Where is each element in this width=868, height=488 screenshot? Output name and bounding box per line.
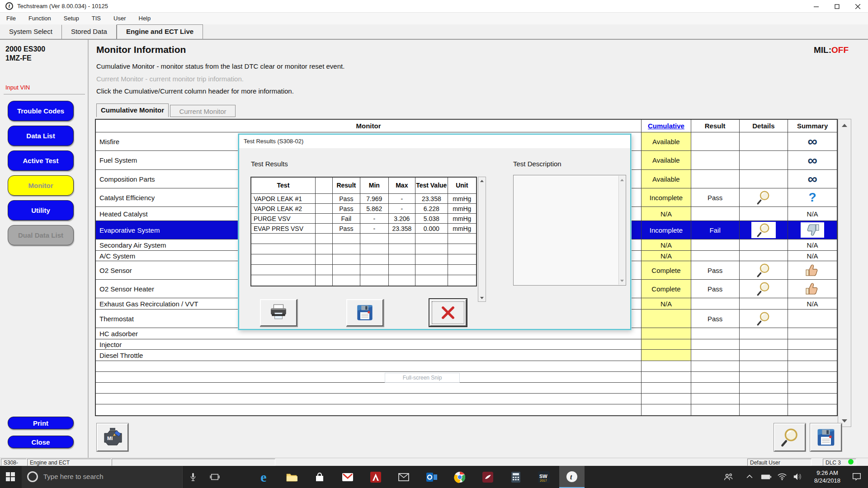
- monitor-row-diesel-throttle[interactable]: Diesel Throttle: [96, 350, 837, 361]
- taskbar-clock[interactable]: 9:26 AM 8/24/2018: [807, 469, 847, 484]
- menu-item-file[interactable]: File: [0, 13, 22, 22]
- taskbar-app-calculator-icon[interactable]: [503, 466, 528, 488]
- sidebar-button-trouble-codes[interactable]: Trouble Codes: [8, 101, 74, 121]
- magnifier-icon: [756, 281, 771, 296]
- test-cell: [448, 244, 476, 254]
- sidebar-button-active-test[interactable]: Active Test: [8, 150, 74, 171]
- details-cell[interactable]: [740, 188, 788, 206]
- minimize-button[interactable]: [806, 0, 826, 13]
- test-cell: PURGE VSV: [251, 214, 316, 223]
- tab-stored-data[interactable]: Stored Data: [62, 25, 117, 39]
- dialog-print-button[interactable]: [260, 299, 297, 326]
- scroll-down-icon[interactable]: [478, 294, 486, 301]
- menu-item-help[interactable]: Help: [132, 13, 157, 22]
- close-button[interactable]: [847, 0, 868, 13]
- details-cell[interactable]: [740, 280, 788, 298]
- result-cell: Pass: [691, 310, 740, 328]
- sidebar-button-data-list[interactable]: Data List: [8, 126, 74, 146]
- taskbar-app-store-icon[interactable]: [307, 466, 332, 488]
- scroll-up-icon[interactable]: [838, 119, 851, 131]
- svg-text:2017: 2017: [540, 479, 547, 482]
- cumulative-cell: [642, 339, 691, 349]
- monitor-name: [96, 361, 642, 371]
- scroll-down-icon[interactable]: [619, 277, 625, 284]
- tray-volume-icon[interactable]: [793, 472, 802, 483]
- monitor-row-injector[interactable]: Injector: [96, 339, 837, 350]
- dialog-close-button[interactable]: [429, 299, 467, 326]
- summary-cell: N/A: [788, 251, 837, 261]
- dialog-title: Test Results (S308-02): [239, 135, 630, 148]
- sidebar-divider: [4, 94, 85, 94]
- test-cell: 23.358: [389, 224, 416, 233]
- clock-date: 8/24/2018: [807, 477, 847, 484]
- test-row-vapor-leak-1[interactable]: VAPOR LEAK #1Pass7.969-23.358mmHg: [251, 194, 476, 204]
- taskbar-app-solidworks-icon[interactable]: SW2017: [531, 466, 557, 488]
- monitor-row-empty[interactable]: [96, 394, 837, 404]
- tab-current-monitor[interactable]: Current Monitor: [170, 105, 236, 117]
- print-button[interactable]: Print: [8, 417, 74, 429]
- summary-cell: [788, 310, 837, 328]
- tray-people-icon[interactable]: [723, 472, 733, 484]
- test-row-empty: [251, 234, 476, 244]
- tray-wifi-icon[interactable]: [777, 472, 787, 483]
- sidebar-button-monitor[interactable]: Monitor: [8, 175, 74, 196]
- close-app-button[interactable]: Close: [8, 436, 74, 448]
- tray-chevron-up-icon[interactable]: [745, 472, 754, 483]
- tab-cumulative-monitor[interactable]: Cumulative Monitor: [96, 103, 169, 117]
- tab-system-select[interactable]: System Select: [0, 25, 62, 39]
- taskbar-app-edge-icon[interactable]: e: [251, 466, 276, 488]
- menu-item-tis[interactable]: TIS: [85, 13, 107, 22]
- action-center-icon[interactable]: [852, 472, 862, 483]
- monitor-row-empty[interactable]: [96, 372, 837, 383]
- tray-battery-icon[interactable]: [761, 472, 772, 483]
- test-row-vapor-leak-2[interactable]: VAPOR LEAK #2Pass5.862-6.228mmHg: [251, 204, 476, 214]
- test-row-evap-pres-vsv[interactable]: EVAP PRES VSVPass-23.3580.000mmHg: [251, 224, 476, 234]
- search-detail-button[interactable]: [774, 423, 806, 451]
- tab-engine-and-ect-live[interactable]: Engine and ECT Live: [117, 24, 203, 39]
- input-vin-link[interactable]: Input VIN: [5, 84, 30, 91]
- test-cell: 5.862: [360, 204, 389, 213]
- status-system: Engine and ECT: [27, 459, 111, 466]
- taskbar-search[interactable]: Type here to search: [22, 466, 183, 488]
- details-cell[interactable]: [740, 310, 788, 328]
- test-cell: [316, 224, 333, 233]
- taskbar-app-media-app-icon[interactable]: [475, 466, 500, 488]
- col-cumulative-link[interactable]: Cumulative: [642, 120, 691, 132]
- details-cell[interactable]: [740, 221, 788, 239]
- sidebar-button-utility[interactable]: Utility: [8, 200, 74, 221]
- microphone-icon[interactable]: [188, 472, 198, 484]
- menu-item-setup[interactable]: Setup: [57, 13, 85, 22]
- taskbar-app-file-explorer-icon[interactable]: [279, 466, 304, 488]
- details-cell[interactable]: [740, 261, 788, 279]
- test-cell: [333, 265, 361, 275]
- dialog-save-button[interactable]: [346, 299, 383, 326]
- scroll-up-icon[interactable]: [619, 177, 625, 183]
- start-button[interactable]: [5, 472, 15, 483]
- sidebar: 2000 ES300 1MZ-FE Input VIN Trouble Code…: [0, 40, 89, 458]
- test-cell: [251, 244, 316, 254]
- taskbar-app-techstream-icon[interactable]: t: [559, 466, 585, 488]
- description-scrollbar[interactable]: [618, 176, 625, 285]
- mil-settings-button[interactable]: MI: [97, 423, 128, 451]
- taskbar-app-gmail-icon[interactable]: [335, 466, 360, 488]
- task-view-icon[interactable]: [210, 472, 220, 484]
- taskbar-app-adobe-reader-icon[interactable]: [363, 466, 388, 488]
- save-data-button[interactable]: [810, 423, 842, 451]
- test-cell: [360, 244, 389, 254]
- results-scrollbar[interactable]: [478, 177, 486, 302]
- taskbar-app-chrome-icon[interactable]: [447, 466, 472, 488]
- scroll-up-icon[interactable]: [478, 177, 486, 184]
- menu-item-function[interactable]: Function: [22, 13, 57, 22]
- test-description-box[interactable]: [513, 175, 626, 286]
- maximize-button[interactable]: [826, 0, 847, 13]
- taskbar-app-mail-icon[interactable]: [391, 466, 416, 488]
- taskbar-app-outlook-icon[interactable]: [419, 466, 444, 488]
- monitor-row-empty[interactable]: [96, 361, 837, 372]
- result-col-blank: [316, 178, 333, 193]
- monitor-row-empty[interactable]: [96, 383, 837, 394]
- printer-icon: [269, 304, 288, 321]
- test-row-purge-vsv[interactable]: PURGE VSVFail-3.2065.038mmHg: [251, 214, 476, 224]
- monitor-row-empty[interactable]: [96, 404, 837, 415]
- menu-item-user[interactable]: User: [107, 13, 132, 22]
- monitor-table-scrollbar[interactable]: [838, 119, 851, 427]
